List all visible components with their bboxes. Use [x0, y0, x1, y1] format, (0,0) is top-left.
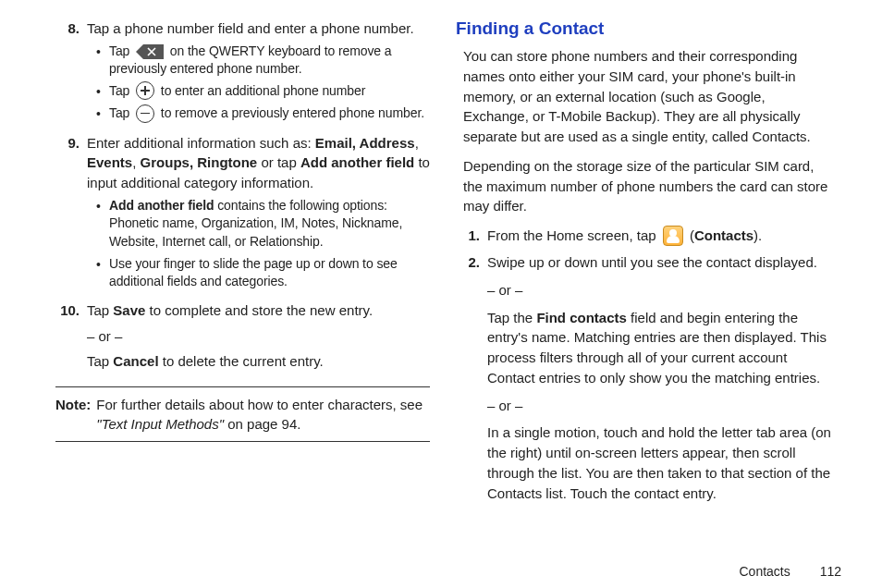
- step-2: 2. Swipe up or down until you see the co…: [456, 252, 834, 503]
- contacts-app-icon: [663, 226, 683, 246]
- footer-page-number: 112: [820, 564, 841, 579]
- bold: Email, Address: [315, 135, 415, 151]
- step-number: 1.: [456, 226, 487, 247]
- or-separator: – or –: [487, 396, 834, 416]
- bold: Find contacts: [536, 310, 627, 325]
- bullet: • Tap to enter an additional phone numbe…: [96, 82, 430, 101]
- note-block: Note: For further details about how to e…: [55, 395, 430, 434]
- right-column: Finding a Contact You can store phone nu…: [441, 18, 845, 579]
- note-reference: "Text Input Methods": [96, 416, 224, 432]
- bullet-marker: •: [96, 82, 109, 101]
- step-8: 8. Tap a phone number field and enter a …: [55, 18, 430, 128]
- bullet-body: Use your finger to slide the page up or …: [109, 255, 430, 291]
- text: or tap: [257, 154, 300, 170]
- text: Enter additional information such as:: [87, 135, 315, 151]
- bold: Add another field: [109, 198, 214, 213]
- text: Tap: [87, 353, 113, 369]
- bullet: • Add another field contains the followi…: [96, 197, 430, 251]
- step-number: 8.: [55, 18, 87, 128]
- backspace-key-icon: [136, 44, 164, 59]
- step-number: 2.: [456, 252, 487, 503]
- text: ,: [415, 135, 419, 151]
- bold: Events: [87, 154, 132, 170]
- bullet: • Tap to remove a previously entered pho…: [96, 104, 430, 123]
- bullet-body: Tap on the QWERTY keyboard to remove a p…: [109, 43, 430, 79]
- step-10: 10. Tap Save to complete and store the n…: [55, 300, 430, 372]
- plus-circle-icon: [136, 81, 154, 100]
- section-heading: Finding a Contact: [456, 18, 834, 39]
- or-separator: – or –: [87, 326, 430, 347]
- text: to enter an additional phone number: [161, 83, 365, 98]
- step-number: 9.: [55, 133, 87, 295]
- text: ).: [753, 227, 762, 243]
- note-rule-top: [55, 386, 430, 387]
- text: Tap: [109, 43, 133, 58]
- footer-section: Contacts: [740, 564, 790, 579]
- text: to complete and store the new entry.: [145, 302, 373, 318]
- left-column: 8. Tap a phone number field and enter a …: [37, 18, 441, 579]
- text: From the Home screen, tap: [487, 227, 660, 243]
- alt-paragraph: Tap the Find contacts field and begin en…: [487, 308, 834, 388]
- bold: Save: [113, 302, 145, 318]
- text: to remove a previously entered phone num…: [161, 105, 424, 120]
- text: Swipe up or down until you see the conta…: [487, 254, 817, 270]
- bold: Groups, Ringtone: [141, 154, 258, 170]
- bold: Add another field: [300, 154, 414, 170]
- bullet-marker: •: [96, 43, 109, 61]
- alt-paragraph: In a single motion, touch and hold the l…: [487, 423, 834, 503]
- page-footer: Contacts 112: [740, 564, 842, 579]
- step-body: From the Home screen, tap (Contacts).: [487, 226, 834, 247]
- step-9: 9. Enter additional information such as:…: [55, 133, 430, 295]
- text: ,: [132, 154, 140, 170]
- text: Tap: [109, 83, 133, 98]
- bullet-marker: •: [96, 197, 109, 215]
- step-1: 1. From the Home screen, tap (Contacts).: [456, 226, 834, 247]
- step-body: Swipe up or down until you see the conta…: [487, 252, 834, 503]
- text: Tap the: [487, 310, 536, 325]
- or-separator: – or –: [487, 280, 834, 300]
- step-body: Enter additional information such as: Em…: [87, 133, 430, 295]
- bullet-body: Tap to remove a previously entered phone…: [109, 104, 430, 123]
- bullet-marker: •: [96, 104, 109, 123]
- text: on page 94.: [224, 416, 300, 432]
- manual-page: 8. Tap a phone number field and enter a …: [0, 0, 882, 588]
- step-number: 10.: [55, 300, 87, 372]
- paragraph: Depending on the storage size of the par…: [456, 156, 834, 216]
- text: Tap: [87, 302, 113, 318]
- bullet-marker: •: [96, 255, 109, 274]
- step-body: Tap a phone number field and enter a pho…: [87, 18, 430, 128]
- text: to delete the current entry.: [159, 353, 324, 369]
- bullet: • Tap on the QWERTY keyboard to remove a…: [96, 43, 430, 79]
- note-label: Note:: [55, 395, 96, 434]
- bold: Cancel: [113, 353, 158, 369]
- bullet-body: Tap to enter an additional phone number: [109, 82, 430, 101]
- note-rule-bottom: [55, 441, 430, 442]
- bold: Contacts: [694, 227, 753, 243]
- bullet: • Use your finger to slide the page up o…: [96, 255, 430, 291]
- text: Use your finger to slide the page up or …: [109, 256, 398, 289]
- text: Tap: [109, 105, 133, 120]
- text: For further details about how to enter c…: [96, 397, 423, 412]
- note-body: For further details about how to enter c…: [96, 395, 430, 434]
- step-text: Tap a phone number field and enter a pho…: [87, 20, 414, 36]
- paragraph: You can store phone numbers and their co…: [456, 46, 834, 147]
- step-body: Tap Save to complete and store the new e…: [87, 300, 430, 372]
- minus-circle-icon: [136, 104, 154, 123]
- bullet-body: Add another field contains the following…: [109, 197, 430, 251]
- alt-text: Tap Cancel to delete the current entry.: [87, 351, 430, 372]
